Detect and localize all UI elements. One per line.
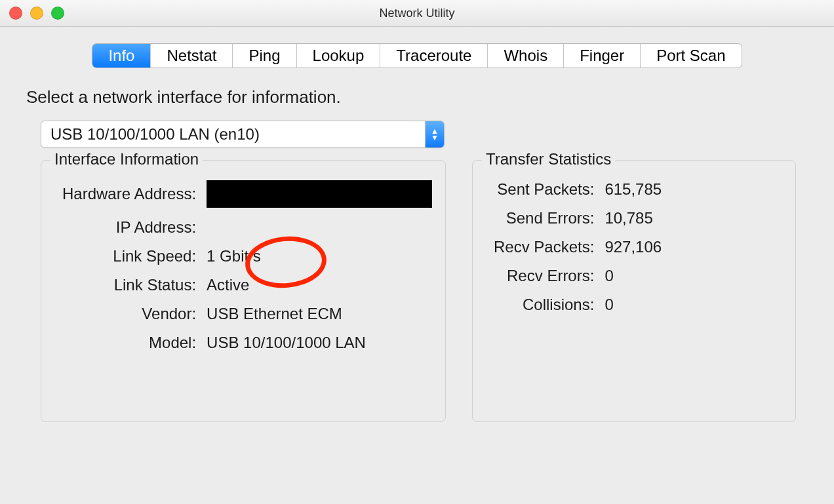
transfer-stats-title: Transfer Statistics [482,150,615,168]
value-recv-packets: 927,106 [598,233,665,262]
value-link-status: Active [200,271,436,300]
interface-select-value: USB 10/100/1000 LAN (en10) [41,125,425,144]
minimize-icon[interactable] [30,7,43,20]
tab-lookup[interactable]: Lookup [296,44,380,68]
value-model: USB 10/100/1000 LAN [200,328,436,357]
value-collisions: 0 [598,290,665,319]
instruction-text: Select a network interface for informati… [0,87,834,107]
label-vendor: Vendor: [58,300,200,328]
value-send-errors: 10,785 [598,204,665,233]
value-link-speed: 1 Gbit/s [200,242,436,271]
tab-segment: Info Netstat Ping Lookup Traceroute Whoi… [92,44,741,68]
label-ip-address: IP Address: [58,213,200,242]
tab-info[interactable]: Info [92,44,150,68]
interface-info-panel: Interface Information Hardware Address: … [41,160,446,422]
tab-finger[interactable]: Finger [563,44,640,68]
label-link-status: Link Status: [58,271,200,300]
tab-ping[interactable]: Ping [232,44,296,68]
zoom-icon[interactable] [51,7,64,20]
transfer-stats-panel: Transfer Statistics Sent Packets: 615,78… [472,160,796,422]
value-recv-errors: 0 [598,262,665,290]
value-sent-packets: 615,785 [598,175,665,204]
tab-bar: Info Netstat Ping Lookup Traceroute Whoi… [0,27,834,87]
titlebar: Network Utility [0,0,834,27]
label-hardware-address: Hardware Address: [58,175,200,213]
label-link-speed: Link Speed: [58,242,200,271]
label-recv-errors: Recv Errors: [490,262,598,290]
label-sent-packets: Sent Packets: [490,175,598,204]
value-hardware-address-redacted [207,180,432,208]
tab-whois[interactable]: Whois [487,44,563,68]
tab-traceroute[interactable]: Traceroute [380,44,487,68]
label-collisions: Collisions: [490,290,598,319]
interface-info-title: Interface Information [50,150,203,168]
window-title: Network Utility [379,7,454,20]
close-icon[interactable] [9,7,22,20]
tab-netstat[interactable]: Netstat [150,44,232,68]
label-recv-packets: Recv Packets: [490,233,598,262]
label-send-errors: Send Errors: [490,204,598,233]
tab-port-scan[interactable]: Port Scan [640,44,741,68]
value-ip-address [200,213,436,242]
interface-select[interactable]: USB 10/100/1000 LAN (en10) ▲▼ [41,121,445,148]
label-model: Model: [58,328,200,357]
window-controls [9,7,64,20]
chevron-up-down-icon: ▲▼ [425,121,444,147]
value-vendor: USB Ethernet ECM [200,300,436,328]
